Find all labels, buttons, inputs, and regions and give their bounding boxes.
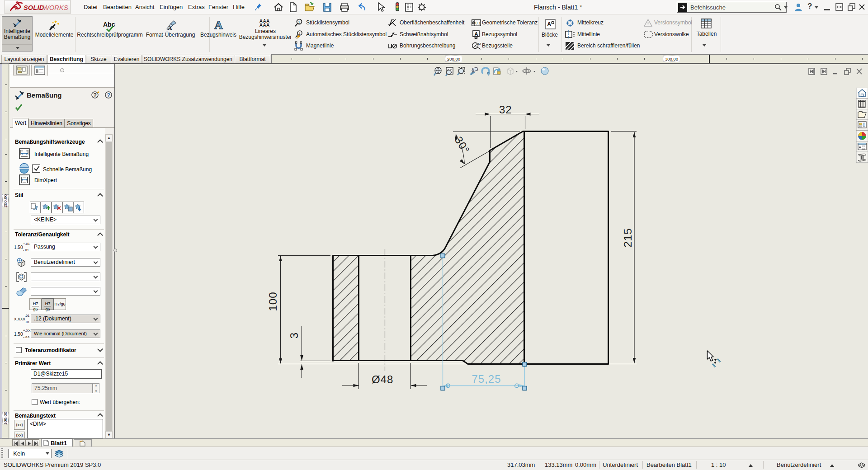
svg-text:100: 100	[267, 291, 279, 311]
svg-text:A: A	[214, 19, 223, 31]
svg-text:Ø48: Ø48	[372, 373, 393, 385]
svg-text:75,25: 75,25	[472, 373, 501, 385]
svg-text:0.1: 0.1	[476, 21, 481, 25]
svg-text:215: 215	[622, 228, 634, 247]
svg-text:A: A	[547, 21, 552, 28]
svg-text:A: A	[475, 31, 478, 37]
svg-text:WORKS: WORKS	[43, 4, 68, 11]
svg-text:32: 32	[499, 103, 512, 116]
svg-text:AT: AT	[477, 42, 481, 46]
svg-text:3: 3	[288, 332, 300, 338]
svg-text:?: ?	[107, 92, 110, 99]
svg-text:SOLID: SOLID	[24, 4, 44, 11]
svg-text:?: ?	[94, 92, 97, 99]
svg-text:A: A	[168, 24, 172, 31]
svg-text:1: 1	[298, 20, 300, 24]
